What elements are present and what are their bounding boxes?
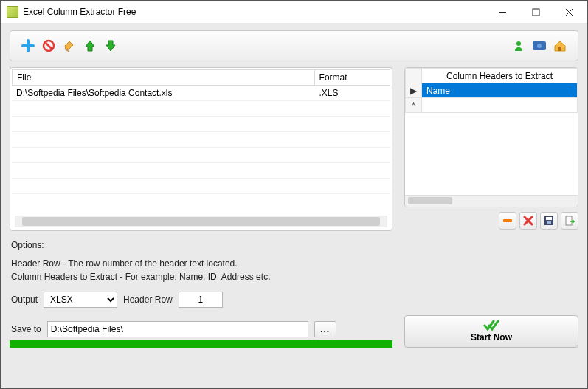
start-button-label: Start Now [471, 332, 512, 342]
file-cell: D:\Softpedia Files\Softpedia Contact.xls [12, 86, 314, 101]
options-label: Options: [11, 238, 577, 252]
browse-button[interactable]: ... [314, 321, 336, 337]
about-button[interactable] [509, 36, 528, 55]
options-line2: Column Headers to Extract - For example:… [11, 270, 577, 284]
export-headers-button[interactable] [561, 212, 578, 230]
svg-rect-9 [547, 221, 551, 224]
start-button[interactable]: Start Now [404, 315, 578, 348]
format-cell: .XLS [314, 86, 390, 101]
svg-point-2 [516, 41, 521, 46]
svg-rect-6 [503, 219, 512, 222]
header-row-label: Header Row [123, 295, 173, 305]
grid-corner [406, 69, 422, 83]
clear-all-button[interactable] [519, 212, 537, 230]
clear-button[interactable] [60, 36, 79, 55]
main-toolbar [10, 30, 578, 61]
header-row-input[interactable] [179, 292, 223, 308]
move-up-button[interactable] [80, 36, 100, 55]
settings-button[interactable] [530, 36, 549, 55]
table-row[interactable]: D:\Softpedia Files\Softpedia Contact.xls… [12, 86, 390, 101]
save-to-input[interactable] [47, 321, 308, 337]
svg-rect-10 [566, 216, 572, 225]
app-icon [7, 6, 18, 18]
row-marker-new: * [406, 98, 422, 113]
progress-bar [10, 340, 392, 348]
column-headers-panel: Column Headers to Extract ▶ Name * [404, 67, 578, 207]
svg-rect-8 [546, 217, 552, 220]
svg-rect-5 [558, 47, 561, 51]
close-button[interactable] [553, 1, 586, 22]
file-list-panel: File Format D:\Softpedia Files\Softpedia… [10, 67, 392, 231]
home-button[interactable] [550, 36, 570, 55]
column-headers-title[interactable]: Column Headers to Extract [422, 69, 578, 83]
add-button[interactable] [18, 36, 38, 55]
titlebar: Excel Column Extractor Free [1, 1, 587, 23]
format-column-header[interactable]: Format [314, 70, 390, 86]
headers-horizontal-scrollbar[interactable] [405, 195, 578, 207]
header-cell[interactable]: Name [422, 83, 578, 98]
svg-point-4 [537, 44, 542, 48]
horizontal-scrollbar[interactable] [15, 216, 387, 227]
maximize-button[interactable] [519, 1, 553, 22]
output-label: Output [11, 295, 38, 305]
svg-rect-0 [533, 9, 539, 16]
headers-action-bar [404, 212, 578, 230]
save-to-label: Save to [11, 324, 41, 334]
options-line1: Header Row - The row number of the heade… [11, 257, 577, 271]
move-down-button[interactable] [101, 36, 120, 55]
file-column-header[interactable]: File [13, 70, 315, 86]
minimize-button[interactable] [486, 1, 519, 22]
header-row-selected[interactable]: ▶ Name [406, 83, 578, 98]
delete-row-button[interactable] [499, 212, 516, 230]
window-title: Excel Column Extractor Free [23, 7, 486, 17]
header-row-new[interactable]: * [406, 98, 578, 113]
output-format-select[interactable]: XLSX [44, 292, 117, 308]
remove-button[interactable] [39, 36, 58, 55]
options-text: Options: Header Row - The row number of … [10, 237, 578, 284]
row-marker-current: ▶ [406, 83, 422, 98]
save-headers-button[interactable] [540, 212, 558, 230]
